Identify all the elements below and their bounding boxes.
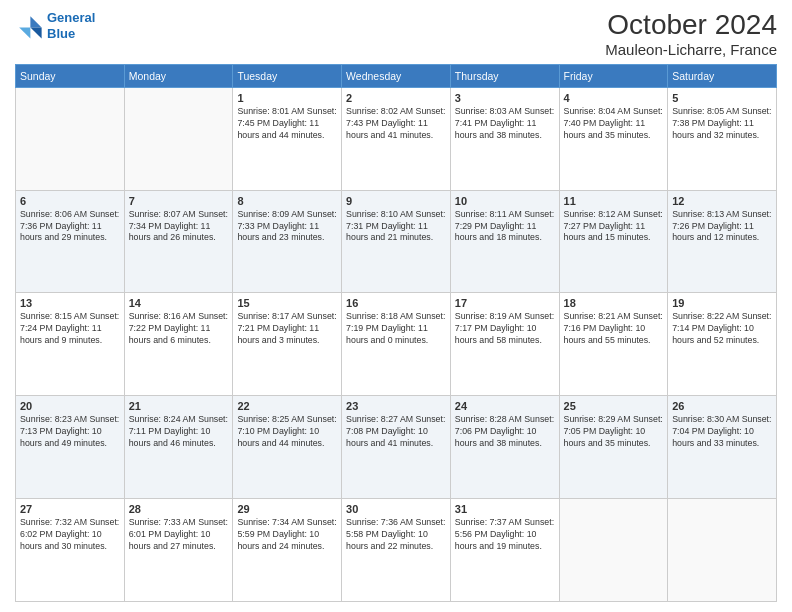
table-row: 16Sunrise: 8:18 AM Sunset: 7:19 PM Dayli… [342,293,451,396]
day-number: 6 [20,195,120,207]
header-tuesday: Tuesday [233,64,342,87]
day-number: 21 [129,400,229,412]
table-row: 8Sunrise: 8:09 AM Sunset: 7:33 PM Daylig… [233,190,342,293]
day-number: 10 [455,195,555,207]
day-detail: Sunrise: 8:22 AM Sunset: 7:14 PM Dayligh… [672,311,772,347]
calendar-week-row: 27Sunrise: 7:32 AM Sunset: 6:02 PM Dayli… [16,499,777,602]
logo-icon [15,12,43,40]
table-row: 30Sunrise: 7:36 AM Sunset: 5:58 PM Dayli… [342,499,451,602]
table-row: 17Sunrise: 8:19 AM Sunset: 7:17 PM Dayli… [450,293,559,396]
calendar-week-row: 13Sunrise: 8:15 AM Sunset: 7:24 PM Dayli… [16,293,777,396]
day-detail: Sunrise: 8:24 AM Sunset: 7:11 PM Dayligh… [129,414,229,450]
day-detail: Sunrise: 8:10 AM Sunset: 7:31 PM Dayligh… [346,209,446,245]
day-detail: Sunrise: 8:16 AM Sunset: 7:22 PM Dayligh… [129,311,229,347]
calendar-table: Sunday Monday Tuesday Wednesday Thursday… [15,64,777,602]
table-row: 31Sunrise: 7:37 AM Sunset: 5:56 PM Dayli… [450,499,559,602]
day-detail: Sunrise: 7:36 AM Sunset: 5:58 PM Dayligh… [346,517,446,553]
table-row [559,499,668,602]
day-number: 1 [237,92,337,104]
day-number: 12 [672,195,772,207]
table-row: 14Sunrise: 8:16 AM Sunset: 7:22 PM Dayli… [124,293,233,396]
day-number: 30 [346,503,446,515]
header: General Blue October 2024 Mauleon-Lichar… [15,10,777,58]
day-detail: Sunrise: 8:21 AM Sunset: 7:16 PM Dayligh… [564,311,664,347]
table-row: 1Sunrise: 8:01 AM Sunset: 7:45 PM Daylig… [233,87,342,190]
day-detail: Sunrise: 8:11 AM Sunset: 7:29 PM Dayligh… [455,209,555,245]
day-number: 28 [129,503,229,515]
svg-marker-1 [30,27,41,38]
page: General Blue October 2024 Mauleon-Lichar… [0,0,792,612]
header-monday: Monday [124,64,233,87]
day-detail: Sunrise: 7:32 AM Sunset: 6:02 PM Dayligh… [20,517,120,553]
day-number: 9 [346,195,446,207]
day-number: 16 [346,297,446,309]
day-detail: Sunrise: 8:28 AM Sunset: 7:06 PM Dayligh… [455,414,555,450]
table-row: 24Sunrise: 8:28 AM Sunset: 7:06 PM Dayli… [450,396,559,499]
day-detail: Sunrise: 8:23 AM Sunset: 7:13 PM Dayligh… [20,414,120,450]
svg-marker-0 [30,16,41,27]
day-detail: Sunrise: 8:04 AM Sunset: 7:40 PM Dayligh… [564,106,664,142]
day-number: 24 [455,400,555,412]
table-row: 7Sunrise: 8:07 AM Sunset: 7:34 PM Daylig… [124,190,233,293]
header-sunday: Sunday [16,64,125,87]
table-row: 6Sunrise: 8:06 AM Sunset: 7:36 PM Daylig… [16,190,125,293]
day-number: 3 [455,92,555,104]
day-number: 22 [237,400,337,412]
calendar-week-row: 20Sunrise: 8:23 AM Sunset: 7:13 PM Dayli… [16,396,777,499]
day-number: 23 [346,400,446,412]
day-detail: Sunrise: 8:06 AM Sunset: 7:36 PM Dayligh… [20,209,120,245]
day-number: 20 [20,400,120,412]
day-number: 26 [672,400,772,412]
day-detail: Sunrise: 8:07 AM Sunset: 7:34 PM Dayligh… [129,209,229,245]
table-row: 26Sunrise: 8:30 AM Sunset: 7:04 PM Dayli… [668,396,777,499]
day-detail: Sunrise: 8:02 AM Sunset: 7:43 PM Dayligh… [346,106,446,142]
logo-text: General Blue [47,10,95,41]
calendar-title: October 2024 [605,10,777,41]
day-detail: Sunrise: 8:12 AM Sunset: 7:27 PM Dayligh… [564,209,664,245]
header-saturday: Saturday [668,64,777,87]
day-number: 14 [129,297,229,309]
day-detail: Sunrise: 8:30 AM Sunset: 7:04 PM Dayligh… [672,414,772,450]
day-number: 8 [237,195,337,207]
table-row: 4Sunrise: 8:04 AM Sunset: 7:40 PM Daylig… [559,87,668,190]
table-row: 3Sunrise: 8:03 AM Sunset: 7:41 PM Daylig… [450,87,559,190]
day-number: 27 [20,503,120,515]
day-detail: Sunrise: 8:18 AM Sunset: 7:19 PM Dayligh… [346,311,446,347]
day-number: 13 [20,297,120,309]
day-detail: Sunrise: 8:29 AM Sunset: 7:05 PM Dayligh… [564,414,664,450]
table-row: 23Sunrise: 8:27 AM Sunset: 7:08 PM Dayli… [342,396,451,499]
header-thursday: Thursday [450,64,559,87]
table-row [124,87,233,190]
day-detail: Sunrise: 8:27 AM Sunset: 7:08 PM Dayligh… [346,414,446,450]
day-number: 17 [455,297,555,309]
table-row: 25Sunrise: 8:29 AM Sunset: 7:05 PM Dayli… [559,396,668,499]
day-number: 2 [346,92,446,104]
day-detail: Sunrise: 8:05 AM Sunset: 7:38 PM Dayligh… [672,106,772,142]
calendar-subtitle: Mauleon-Licharre, France [605,41,777,58]
calendar-header-row: Sunday Monday Tuesday Wednesday Thursday… [16,64,777,87]
table-row [668,499,777,602]
table-row: 9Sunrise: 8:10 AM Sunset: 7:31 PM Daylig… [342,190,451,293]
logo-general: General [47,10,95,25]
header-wednesday: Wednesday [342,64,451,87]
svg-marker-2 [19,27,30,38]
table-row: 10Sunrise: 8:11 AM Sunset: 7:29 PM Dayli… [450,190,559,293]
table-row: 13Sunrise: 8:15 AM Sunset: 7:24 PM Dayli… [16,293,125,396]
day-detail: Sunrise: 8:13 AM Sunset: 7:26 PM Dayligh… [672,209,772,245]
table-row: 21Sunrise: 8:24 AM Sunset: 7:11 PM Dayli… [124,396,233,499]
day-number: 25 [564,400,664,412]
table-row: 22Sunrise: 8:25 AM Sunset: 7:10 PM Dayli… [233,396,342,499]
day-number: 7 [129,195,229,207]
day-number: 4 [564,92,664,104]
day-detail: Sunrise: 8:15 AM Sunset: 7:24 PM Dayligh… [20,311,120,347]
day-detail: Sunrise: 8:01 AM Sunset: 7:45 PM Dayligh… [237,106,337,142]
day-detail: Sunrise: 8:03 AM Sunset: 7:41 PM Dayligh… [455,106,555,142]
day-detail: Sunrise: 8:09 AM Sunset: 7:33 PM Dayligh… [237,209,337,245]
table-row: 18Sunrise: 8:21 AM Sunset: 7:16 PM Dayli… [559,293,668,396]
day-detail: Sunrise: 8:17 AM Sunset: 7:21 PM Dayligh… [237,311,337,347]
table-row: 15Sunrise: 8:17 AM Sunset: 7:21 PM Dayli… [233,293,342,396]
day-number: 29 [237,503,337,515]
title-block: October 2024 Mauleon-Licharre, France [605,10,777,58]
day-number: 19 [672,297,772,309]
table-row: 27Sunrise: 7:32 AM Sunset: 6:02 PM Dayli… [16,499,125,602]
